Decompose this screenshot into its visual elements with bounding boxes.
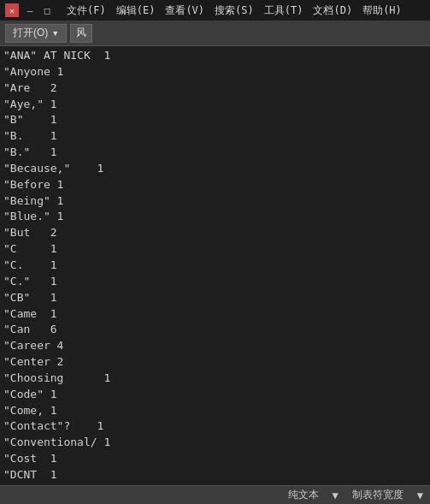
open-button[interactable]: 打开(O) ▼ bbox=[5, 24, 67, 43]
list-item: "Being" 1 bbox=[3, 193, 427, 210]
menu-tools[interactable]: 工具(T) bbox=[259, 3, 309, 18]
status-bar: 纯文本 ▼ 制表符宽度 ▼ bbox=[0, 485, 430, 504]
list-item: "B" 1 bbox=[3, 112, 427, 128]
list-item: "Contact"? 1 bbox=[3, 418, 427, 435]
encoding-status: 纯文本 bbox=[288, 488, 319, 502]
list-item: "But 2 bbox=[3, 225, 427, 241]
line-ending-status: 制表符宽度 bbox=[352, 488, 403, 502]
menu-view[interactable]: 查看(V) bbox=[160, 3, 209, 18]
list-item: "Before 1 bbox=[3, 177, 427, 193]
text-content-area[interactable]: "ANA" AT NICK 1"Anyone 1"Are 2"Aye," 1"B… bbox=[0, 46, 430, 485]
list-item: "C." 1 bbox=[3, 274, 427, 290]
list-item: "Cost 1 bbox=[3, 451, 427, 467]
open-label: 打开(O) bbox=[13, 26, 48, 40]
open-arrow: ▼ bbox=[51, 29, 59, 38]
list-item: "Center 2 bbox=[3, 354, 427, 371]
list-item: "Come, 1 bbox=[3, 403, 427, 419]
list-item: "B." 1 bbox=[3, 145, 427, 161]
list-item: "B. 1 bbox=[3, 128, 427, 145]
menu-file[interactable]: 文件(F) bbox=[62, 3, 111, 18]
menu-bar: 文件(F) 编辑(E) 查看(V) 搜索(S) 工具(T) 文档(D) 帮助(H… bbox=[62, 3, 407, 18]
arrow-status: ▼ bbox=[333, 489, 339, 501]
list-item: "Career 4 bbox=[3, 338, 427, 354]
list-item: "Are 2 bbox=[3, 80, 427, 97]
menu-edit[interactable]: 编辑(E) bbox=[111, 3, 161, 18]
list-item: "Choosing 1 bbox=[3, 371, 427, 387]
menu-search[interactable]: 搜索(S) bbox=[209, 3, 259, 18]
list-item: "Came 1 bbox=[3, 306, 427, 323]
list-item: "Anyone 1 bbox=[3, 64, 427, 80]
arrow-status2: ▼ bbox=[417, 489, 423, 501]
toolbar-icon: 风 bbox=[76, 26, 86, 40]
list-item: "C. 1 bbox=[3, 258, 427, 274]
list-item: "Aye," 1 bbox=[3, 97, 427, 113]
title-bar: ✕ — □ 文件(F) 编辑(E) 查看(V) 搜索(S) 工具(T) 文档(D… bbox=[0, 0, 430, 21]
toolbar: 打开(O) ▼ 风 bbox=[0, 21, 430, 46]
list-item: "DCNT 1 bbox=[3, 467, 427, 483]
list-item: "Conventional/ 1 bbox=[3, 435, 427, 451]
list-item: "Blue." 1 bbox=[3, 209, 427, 225]
list-item: "Because," 1 bbox=[3, 161, 427, 177]
menu-help[interactable]: 帮助(H) bbox=[357, 3, 407, 18]
menu-docs[interactable]: 文档(D) bbox=[308, 3, 357, 18]
list-item: "C 1 bbox=[3, 241, 427, 258]
app-icon: ✕ bbox=[5, 3, 19, 17]
toolbar-icon-button[interactable]: 风 bbox=[70, 24, 92, 43]
minimize-button[interactable]: — bbox=[24, 4, 36, 16]
maximize-button[interactable]: □ bbox=[41, 4, 53, 16]
list-item: "ANA" AT NICK 1 bbox=[3, 48, 427, 64]
list-item: "CB" 1 bbox=[3, 290, 427, 306]
list-item: "Code" 1 bbox=[3, 387, 427, 403]
list-item: "Can 6 bbox=[3, 322, 427, 338]
